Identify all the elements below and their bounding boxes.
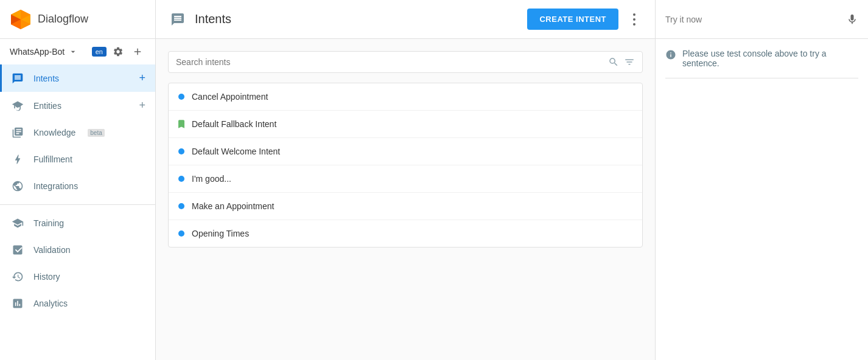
table-row[interactable]: Default Fallback Intent — [169, 111, 642, 138]
training-label: Training — [33, 218, 64, 228]
intent-name: Cancel Appointment — [192, 92, 268, 102]
intent-name: I'm good... — [192, 174, 231, 184]
more-vertical-icon — [633, 13, 635, 26]
try-it-header — [656, 0, 868, 39]
fulfillment-icon — [12, 153, 24, 165]
dialogflow-logo-icon — [10, 9, 32, 30]
history-label: History — [33, 272, 60, 282]
panel-divider — [665, 78, 858, 78]
intent-name: Make an Appointment — [192, 201, 274, 211]
add-agent-button[interactable] — [130, 44, 145, 60]
analytics-label: Analytics — [33, 299, 68, 308]
intents-header-icon — [170, 12, 185, 27]
intent-name: Opening Times — [192, 229, 249, 238]
mic-icon — [846, 13, 858, 26]
intents-list: Cancel Appointment Default Fallback Inte… — [168, 83, 643, 248]
integrations-icon — [12, 180, 24, 192]
sidebar-item-integrations[interactable]: Integrations — [0, 173, 155, 199]
search-icon — [608, 57, 619, 68]
sidebar-item-knowledge[interactable]: Knowledge beta — [0, 119, 155, 146]
info-text: Please use test console above to try a s… — [682, 49, 858, 68]
app-name: Dialogflow — [38, 13, 88, 26]
sidebar-nav: Intents + Entities + Knowledge beta Fulf… — [0, 64, 155, 360]
knowledge-icon — [12, 126, 24, 139]
sidebar-header: Dialogflow — [0, 0, 155, 39]
sidebar-item-fulfillment[interactable]: Fulfillment — [0, 146, 155, 173]
info-icon — [665, 49, 676, 60]
mic-button[interactable] — [846, 13, 858, 26]
agent-controls: en — [92, 44, 145, 60]
nav-divider — [0, 204, 155, 205]
intent-status-dot — [178, 94, 184, 100]
agent-row: WhatsApp-Bot en — [0, 39, 155, 64]
settings-button[interactable] — [110, 44, 126, 60]
filter-icon — [624, 57, 635, 68]
knowledge-badge: beta — [88, 129, 104, 137]
intent-bookmark-icon — [178, 120, 184, 128]
sidebar-item-history[interactable]: History — [0, 263, 155, 290]
info-message: Please use test console above to try a s… — [665, 49, 858, 68]
training-icon — [12, 217, 24, 229]
page-title: Intents — [195, 12, 517, 26]
chevron-down-icon — [68, 47, 78, 57]
history-icon — [12, 271, 24, 283]
knowledge-label: Knowledge — [33, 128, 75, 137]
create-intent-button[interactable]: CREATE INTENT — [527, 9, 618, 30]
sidebar-item-entities[interactable]: Entities + — [0, 92, 155, 119]
intent-name: Default Fallback Intent — [192, 119, 276, 129]
sidebar-item-training[interactable]: Training — [0, 210, 155, 237]
main-header: Intents CREATE INTENT — [156, 0, 655, 39]
table-row[interactable]: Make an Appointment — [169, 193, 642, 220]
search-bar — [168, 51, 643, 73]
sidebar-item-analytics[interactable]: Analytics — [0, 290, 155, 317]
intent-status-dot — [178, 203, 184, 209]
right-panel: Please use test console above to try a s… — [655, 0, 868, 360]
table-row[interactable]: Default Welcome Intent — [169, 138, 642, 165]
more-options-button[interactable] — [628, 11, 640, 28]
search-input[interactable] — [176, 57, 603, 67]
add-entity-button[interactable]: + — [139, 99, 145, 112]
table-row[interactable]: Opening Times — [169, 220, 642, 247]
svg-point-8 — [633, 18, 635, 21]
validation-icon — [12, 244, 24, 256]
sidebar-item-intents[interactable]: Intents + — [0, 64, 155, 92]
intent-name: Default Welcome Intent — [192, 147, 280, 156]
add-icon — [132, 46, 143, 57]
table-row[interactable]: I'm good... — [169, 165, 642, 193]
try-it-input[interactable] — [665, 15, 839, 24]
add-intent-button[interactable]: + — [139, 72, 145, 85]
search-icons — [608, 57, 635, 68]
sidebar: Dialogflow WhatsApp-Bot en Intents + — [0, 0, 156, 360]
sidebar-item-validation[interactable]: Validation — [0, 237, 155, 263]
intents-icon — [12, 72, 24, 85]
svg-point-7 — [633, 13, 635, 16]
entities-label: Entities — [33, 101, 61, 111]
main-area: Intents CREATE INTENT Cancel Appointment — [156, 0, 655, 360]
integrations-label: Integrations — [33, 181, 78, 191]
intent-status-dot — [178, 176, 184, 182]
gear-icon — [113, 46, 124, 57]
language-badge: en — [92, 47, 107, 57]
right-panel-content: Please use test console above to try a s… — [656, 39, 868, 360]
fulfillment-label: Fulfillment — [33, 154, 72, 164]
intent-status-dot — [178, 230, 184, 237]
intents-label: Intents — [33, 74, 59, 83]
intent-status-dot — [178, 148, 184, 154]
agent-name: WhatsApp-Bot — [10, 47, 78, 57]
validation-label: Validation — [33, 245, 70, 255]
entities-icon — [12, 100, 24, 112]
svg-point-9 — [633, 23, 635, 26]
analytics-icon — [12, 297, 24, 310]
table-row[interactable]: Cancel Appointment — [169, 83, 642, 111]
main-content: Cancel Appointment Default Fallback Inte… — [156, 39, 655, 360]
